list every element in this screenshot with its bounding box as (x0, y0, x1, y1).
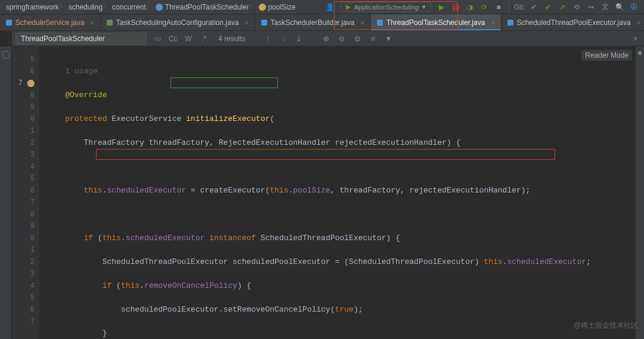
gutter-line: 6 (12, 66, 35, 77)
debug-icon[interactable]: 🐞 (451, 3, 460, 11)
gutter-line: 3 (12, 149, 35, 161)
add-selection-icon[interactable]: ⊕ (321, 35, 331, 43)
git-label: Git: (515, 3, 524, 11)
code-line (47, 209, 644, 220)
profile-icon[interactable]: ⟳ (480, 3, 488, 11)
scrollbar-markers[interactable] (636, 46, 644, 339)
tab-scheduled-thread-pool-executor[interactable]: ScheduledThreadPoolExecutor.java × (501, 14, 644, 30)
gutter-line: 1 (12, 244, 35, 256)
gutter-line: 6 (12, 304, 35, 316)
editor-tabs: ScheduleService.java × TaskSchedulingAut… (0, 14, 644, 31)
crumb-field[interactable]: poolSize (256, 3, 298, 11)
marker-icon (638, 51, 642, 55)
code-line: } (47, 328, 644, 339)
close-icon[interactable]: × (244, 19, 248, 26)
user-icon[interactable]: 👤 (326, 3, 335, 11)
whole-word-icon[interactable]: W (184, 35, 193, 43)
match-case-icon[interactable]: Cc (168, 35, 178, 43)
code-line: if (this.scheduledExecutor instanceof Sc… (47, 232, 644, 244)
gutter-line: 5 (12, 292, 35, 304)
gutter-line: 5 (12, 173, 35, 185)
prev-match-icon[interactable]: ↑ (263, 35, 273, 43)
code-area[interactable]: 1 usage @Override protected ExecutorServ… (39, 46, 644, 339)
regex-icon[interactable]: .* (199, 35, 209, 43)
highlight-scheduled-executor-line (96, 149, 555, 160)
filter-icon[interactable]: ≡ (368, 35, 377, 43)
translate-icon[interactable]: 文 (601, 3, 609, 11)
tab-task-scheduling-autoconfig[interactable]: TaskSchedulingAutoConfiguration.java × (101, 14, 255, 30)
run-icon[interactable]: ▶ (437, 3, 445, 11)
java-file-icon (377, 20, 383, 26)
editor[interactable]: 5 6 7 ⬤ 8 9 0 1 2 3 4 5 6 7 8 9 0 1 2 3 … (12, 46, 644, 339)
gutter[interactable]: 5 6 7 ⬤ 8 9 0 1 2 3 4 5 6 7 8 9 0 1 2 3 … (12, 46, 39, 339)
java-file-icon (507, 20, 513, 26)
tab-thread-pool-task-scheduler[interactable]: ThreadPoolTaskScheduler.java × (371, 14, 501, 30)
crumb-scheduling[interactable]: scheduling〉 (66, 2, 110, 12)
breadcrumbs[interactable]: springframework〉 scheduling〉 concurrent〉… (4, 2, 298, 12)
toolbar-divider (509, 2, 509, 12)
gutter-line: 9 (12, 101, 35, 113)
gutter-line: 0 (12, 232, 35, 244)
java-file-icon (6, 20, 12, 26)
toolbar-right: 👤 ▶ ApplicationScheduling ▾ ▶ 🐞 ◑ ⟳ ■ Gi… (326, 2, 640, 12)
run-config-selector[interactable]: ▶ ApplicationScheduling ▾ (340, 2, 431, 12)
code-line: scheduledPoolExecutor.setRemoveOnCancelP… (47, 304, 644, 316)
find-input[interactable] (16, 33, 147, 45)
gutter-line: 8 (12, 209, 35, 220)
close-icon[interactable]: × (90, 19, 94, 26)
gutter-line: 2 (12, 137, 35, 149)
select-matches-icon[interactable]: ⧉ (352, 35, 362, 43)
tab-task-scheduler-builder[interactable]: TaskSchedulerBuilder.java × (255, 14, 371, 30)
watermark: @稀土掘金技术社区 (574, 321, 638, 331)
next-match-icon[interactable]: ↓ (278, 35, 288, 43)
code-line: ThreadFactory threadFactory, RejectedExe… (47, 137, 644, 149)
git-revert-icon[interactable]: ↪ (587, 3, 595, 11)
git-push-icon[interactable]: ↗ (558, 3, 566, 11)
gutter-line: 4 (12, 161, 35, 173)
usages-hint[interactable]: 1 usage (47, 66, 644, 77)
tab-label: TaskSchedulingAutoConfiguration.java (116, 18, 239, 27)
tool-window-strip (0, 46, 12, 339)
highlight-method-name (171, 77, 278, 88)
tab-label: TaskSchedulerBuilder.java (271, 18, 355, 27)
tab-schedule-service[interactable]: ScheduleService.java × (0, 14, 101, 30)
gutter-line: 7 (12, 197, 35, 209)
close-icon[interactable]: × (491, 19, 494, 26)
close-icon[interactable]: × (637, 19, 640, 26)
git-history-icon[interactable]: ⟲ (572, 3, 581, 11)
settings-icon[interactable]: ⦿ (630, 3, 638, 11)
tab-label: ScheduledThreadPoolExecutor.java (517, 18, 631, 27)
git-update-icon[interactable]: ✔ (530, 3, 538, 11)
java-file-icon (261, 20, 267, 26)
find-result-count: 4 results (218, 35, 245, 43)
crumb-class[interactable]: ThreadPoolTaskScheduler〉 (153, 2, 256, 12)
select-all-icon[interactable]: ⤓ (294, 35, 304, 43)
gutter-line: 8 (12, 89, 35, 101)
run-config-play-icon: ▶ (346, 3, 351, 11)
gutter-line: 4 (12, 280, 35, 292)
reader-mode-badge[interactable]: Reader Mode (581, 50, 632, 61)
config-file-icon (107, 20, 113, 26)
tool-project-icon[interactable] (2, 51, 10, 58)
tab-label: ThreadPoolTaskScheduler.java (386, 18, 485, 27)
crumb-springframework[interactable]: springframework〉 (4, 2, 66, 12)
coverage-icon[interactable]: ◑ (466, 3, 474, 11)
code-line: @Override (47, 89, 644, 101)
gutter-line-override[interactable]: 7 ⬤ (12, 77, 35, 89)
code-line: protected ExecutorService initializeExec… (47, 113, 644, 125)
gutter-line: 6 (12, 185, 35, 197)
git-commit-icon[interactable]: ✔ (544, 3, 552, 11)
search-everywhere-icon[interactable]: 🔍 (615, 3, 624, 11)
gutter-line: 1 (12, 125, 35, 137)
tab-label: ScheduleService.java (16, 18, 84, 27)
close-find-icon[interactable]: × (631, 35, 640, 43)
funnel-icon[interactable]: ▼ (383, 35, 393, 43)
pin-icon[interactable]: ▭ (153, 35, 162, 43)
remove-selection-icon[interactable]: ⊖ (337, 35, 346, 43)
code-line (47, 161, 644, 173)
gutter-line: 3 (12, 268, 35, 280)
stop-icon[interactable]: ■ (494, 3, 503, 11)
crumb-concurrent[interactable]: concurrent〉 (110, 2, 153, 12)
field-icon (259, 4, 266, 11)
close-icon[interactable]: × (361, 19, 364, 26)
